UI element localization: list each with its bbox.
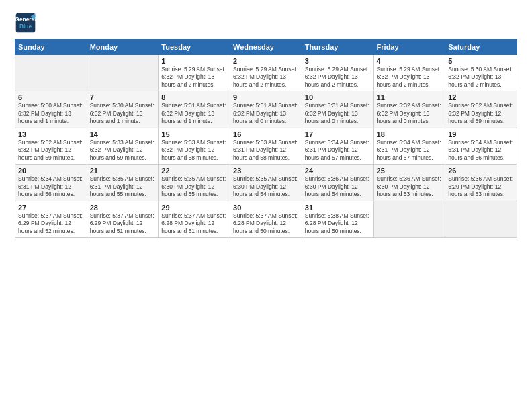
day-info: Sunrise: 5:37 AM Sunset: 6:28 PM Dayligh… xyxy=(161,212,227,235)
day-number: 2 xyxy=(233,57,299,65)
weekday-header-row: SundayMondayTuesdayWednesdayThursdayFrid… xyxy=(15,40,517,55)
day-info: Sunrise: 5:29 AM Sunset: 6:32 PM Dayligh… xyxy=(233,66,299,89)
day-info: Sunrise: 5:31 AM Sunset: 6:32 PM Dayligh… xyxy=(233,102,299,125)
day-info: Sunrise: 5:37 AM Sunset: 6:29 PM Dayligh… xyxy=(90,212,156,235)
calendar-cell: 3Sunrise: 5:29 AM Sunset: 6:32 PM Daylig… xyxy=(302,55,373,91)
calendar-cell xyxy=(87,55,159,91)
day-number: 24 xyxy=(305,167,371,175)
day-info: Sunrise: 5:32 AM Sunset: 6:32 PM Dayligh… xyxy=(18,139,84,162)
day-info: Sunrise: 5:36 AM Sunset: 6:29 PM Dayligh… xyxy=(448,175,514,198)
calendar-cell: 7Sunrise: 5:30 AM Sunset: 6:32 PM Daylig… xyxy=(87,91,159,128)
day-number: 13 xyxy=(18,130,84,138)
day-info: Sunrise: 5:34 AM Sunset: 6:31 PM Dayligh… xyxy=(448,139,514,162)
day-info: Sunrise: 5:29 AM Sunset: 6:32 PM Dayligh… xyxy=(305,66,371,89)
day-number: 7 xyxy=(90,93,156,101)
weekday-header-sunday: Sunday xyxy=(15,40,87,55)
calendar-cell: 15Sunrise: 5:33 AM Sunset: 6:32 PM Dayli… xyxy=(159,128,230,164)
calendar-cell: 20Sunrise: 5:34 AM Sunset: 6:31 PM Dayli… xyxy=(15,165,87,201)
day-number: 10 xyxy=(305,93,371,101)
calendar-cell: 22Sunrise: 5:35 AM Sunset: 6:30 PM Dayli… xyxy=(159,165,230,201)
day-number: 23 xyxy=(233,167,299,175)
day-info: Sunrise: 5:30 AM Sunset: 6:32 PM Dayligh… xyxy=(18,102,84,125)
header: General Blue xyxy=(15,12,517,34)
calendar-cell: 11Sunrise: 5:32 AM Sunset: 6:32 PM Dayli… xyxy=(373,91,445,128)
calendar-cell: 8Sunrise: 5:31 AM Sunset: 6:32 PM Daylig… xyxy=(159,91,230,128)
day-info: Sunrise: 5:35 AM Sunset: 6:30 PM Dayligh… xyxy=(161,175,227,198)
day-number: 6 xyxy=(18,93,84,101)
calendar-cell: 12Sunrise: 5:32 AM Sunset: 6:32 PM Dayli… xyxy=(445,91,517,128)
day-number: 16 xyxy=(233,130,299,138)
day-info: Sunrise: 5:32 AM Sunset: 6:32 PM Dayligh… xyxy=(448,102,514,125)
week-row-1: 1Sunrise: 5:29 AM Sunset: 6:32 PM Daylig… xyxy=(15,55,517,91)
day-number: 27 xyxy=(18,203,84,212)
calendar-cell: 4Sunrise: 5:29 AM Sunset: 6:32 PM Daylig… xyxy=(373,55,445,91)
week-row-3: 13Sunrise: 5:32 AM Sunset: 6:32 PM Dayli… xyxy=(15,128,517,164)
day-number: 3 xyxy=(305,57,371,65)
calendar-cell: 28Sunrise: 5:37 AM Sunset: 6:29 PM Dayli… xyxy=(87,201,159,237)
day-info: Sunrise: 5:34 AM Sunset: 6:31 PM Dayligh… xyxy=(18,175,84,198)
day-number: 17 xyxy=(305,130,371,138)
day-number: 9 xyxy=(233,93,299,101)
day-number: 1 xyxy=(161,57,227,65)
calendar-cell: 19Sunrise: 5:34 AM Sunset: 6:31 PM Dayli… xyxy=(445,128,517,164)
page: General Blue SundayMondayTuesdayWednesda… xyxy=(0,0,532,411)
calendar-cell: 18Sunrise: 5:34 AM Sunset: 6:31 PM Dayli… xyxy=(373,128,445,164)
day-info: Sunrise: 5:33 AM Sunset: 6:32 PM Dayligh… xyxy=(90,139,156,162)
weekday-header-wednesday: Wednesday xyxy=(230,40,302,55)
day-info: Sunrise: 5:30 AM Sunset: 6:32 PM Dayligh… xyxy=(448,66,514,89)
day-info: Sunrise: 5:35 AM Sunset: 6:30 PM Dayligh… xyxy=(233,175,299,198)
calendar-cell: 2Sunrise: 5:29 AM Sunset: 6:32 PM Daylig… xyxy=(230,55,302,91)
week-row-2: 6Sunrise: 5:30 AM Sunset: 6:32 PM Daylig… xyxy=(15,91,517,128)
calendar-cell: 14Sunrise: 5:33 AM Sunset: 6:32 PM Dayli… xyxy=(87,128,159,164)
calendar-cell xyxy=(15,55,87,91)
day-number: 11 xyxy=(377,93,443,101)
day-number: 31 xyxy=(305,203,371,212)
day-info: Sunrise: 5:30 AM Sunset: 6:32 PM Dayligh… xyxy=(90,102,156,125)
day-number: 22 xyxy=(161,167,227,175)
calendar-cell: 9Sunrise: 5:31 AM Sunset: 6:32 PM Daylig… xyxy=(230,91,302,128)
day-number: 28 xyxy=(90,203,156,212)
calendar-cell: 24Sunrise: 5:36 AM Sunset: 6:30 PM Dayli… xyxy=(302,165,373,201)
day-number: 12 xyxy=(448,93,514,101)
calendar-cell xyxy=(373,201,445,237)
svg-text:Blue: Blue xyxy=(19,23,32,30)
calendar-cell: 31Sunrise: 5:38 AM Sunset: 6:28 PM Dayli… xyxy=(302,201,373,237)
calendar-cell: 29Sunrise: 5:37 AM Sunset: 6:28 PM Dayli… xyxy=(159,201,230,237)
day-info: Sunrise: 5:31 AM Sunset: 6:32 PM Dayligh… xyxy=(305,102,371,125)
calendar-cell xyxy=(445,201,517,237)
calendar-table: SundayMondayTuesdayWednesdayThursdayFrid… xyxy=(15,39,517,238)
week-row-5: 27Sunrise: 5:37 AM Sunset: 6:29 PM Dayli… xyxy=(15,201,517,237)
calendar-cell: 17Sunrise: 5:34 AM Sunset: 6:31 PM Dayli… xyxy=(302,128,373,164)
calendar-cell: 25Sunrise: 5:36 AM Sunset: 6:30 PM Dayli… xyxy=(373,165,445,201)
calendar-cell: 23Sunrise: 5:35 AM Sunset: 6:30 PM Dayli… xyxy=(230,165,302,201)
day-number: 4 xyxy=(377,57,443,65)
weekday-header-tuesday: Tuesday xyxy=(159,40,230,55)
day-info: Sunrise: 5:37 AM Sunset: 6:28 PM Dayligh… xyxy=(233,212,299,235)
day-number: 19 xyxy=(448,130,514,138)
calendar-cell: 26Sunrise: 5:36 AM Sunset: 6:29 PM Dayli… xyxy=(445,165,517,201)
logo-icon: General Blue xyxy=(15,12,36,34)
day-info: Sunrise: 5:29 AM Sunset: 6:32 PM Dayligh… xyxy=(161,66,227,89)
day-info: Sunrise: 5:34 AM Sunset: 6:31 PM Dayligh… xyxy=(305,139,371,162)
day-info: Sunrise: 5:36 AM Sunset: 6:30 PM Dayligh… xyxy=(377,175,443,198)
day-number: 21 xyxy=(90,167,156,175)
day-info: Sunrise: 5:38 AM Sunset: 6:28 PM Dayligh… xyxy=(305,212,371,235)
day-info: Sunrise: 5:33 AM Sunset: 6:31 PM Dayligh… xyxy=(233,139,299,162)
day-info: Sunrise: 5:34 AM Sunset: 6:31 PM Dayligh… xyxy=(377,139,443,162)
day-info: Sunrise: 5:29 AM Sunset: 6:32 PM Dayligh… xyxy=(377,66,443,89)
day-number: 30 xyxy=(233,203,299,212)
calendar-cell: 1Sunrise: 5:29 AM Sunset: 6:32 PM Daylig… xyxy=(159,55,230,91)
weekday-header-thursday: Thursday xyxy=(302,40,373,55)
day-info: Sunrise: 5:37 AM Sunset: 6:29 PM Dayligh… xyxy=(18,212,84,235)
calendar-cell: 21Sunrise: 5:35 AM Sunset: 6:31 PM Dayli… xyxy=(87,165,159,201)
weekday-header-saturday: Saturday xyxy=(445,40,517,55)
day-number: 26 xyxy=(448,167,514,175)
weekday-header-monday: Monday xyxy=(87,40,159,55)
day-number: 8 xyxy=(161,93,227,101)
day-number: 5 xyxy=(448,57,514,65)
day-info: Sunrise: 5:36 AM Sunset: 6:30 PM Dayligh… xyxy=(305,175,371,198)
day-number: 25 xyxy=(377,167,443,175)
day-number: 29 xyxy=(161,203,227,212)
day-number: 15 xyxy=(161,130,227,138)
day-number: 14 xyxy=(90,130,156,138)
